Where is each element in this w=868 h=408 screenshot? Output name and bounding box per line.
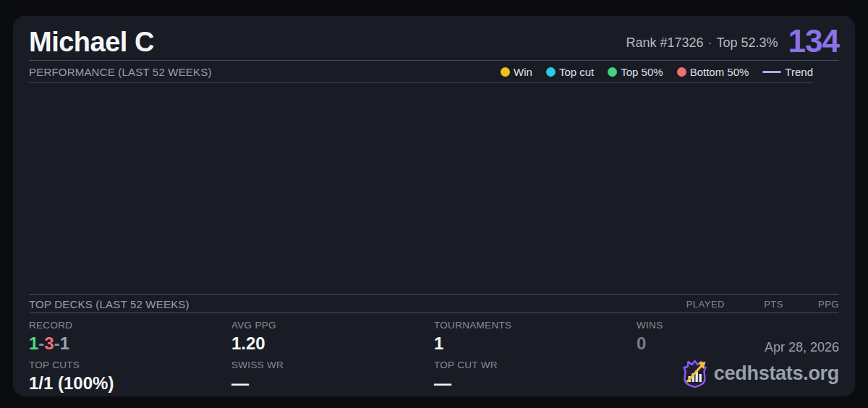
legend-item-bottom50: Bottom 50% xyxy=(677,66,749,78)
performance-title: PERFORMANCE (LAST 52 WEEKS) xyxy=(29,66,212,78)
legend-item-top50: Top 50% xyxy=(608,66,663,78)
record-draws: 1 xyxy=(60,333,69,353)
rank-separator: · xyxy=(708,35,712,50)
stat-value: — xyxy=(231,373,434,393)
record-value: 1-3-1 xyxy=(29,333,231,353)
footer-brand: Apr 28, 2026 cedhstats.org xyxy=(681,340,839,388)
legend-label: Bottom 50% xyxy=(690,66,749,78)
legend-item-topcut: Top cut xyxy=(546,66,594,78)
stats-grid: RECORD 1-3-1 AVG PPG 1.20 TOURNAMENTS 1 … xyxy=(29,313,839,396)
column-ppg: PPG xyxy=(783,299,839,310)
legend-item-trend: Trend xyxy=(762,66,813,78)
player-score: 134 xyxy=(788,25,839,57)
stat-label: WINS xyxy=(637,320,839,331)
stat-label: RECORD xyxy=(29,320,231,331)
stat-label: AVG PPG xyxy=(231,320,434,331)
stat-top-cut-wr: TOP CUT WR — xyxy=(434,353,637,393)
stat-value: 1.20 xyxy=(231,333,434,353)
legend-label: Top 50% xyxy=(621,66,663,78)
win-dot-icon xyxy=(501,67,510,77)
stat-value: 1/1 (100%) xyxy=(29,373,231,393)
stat-value: 1 xyxy=(434,333,637,353)
record-wins: 1 xyxy=(29,333,38,353)
stat-label: TOURNAMENTS xyxy=(434,320,637,331)
rank-line: Rank #17326·Top 52.3% xyxy=(626,35,778,57)
legend-label: Trend xyxy=(785,66,813,78)
performance-header-row: PERFORMANCE (LAST 52 WEEKS) Win Top cut … xyxy=(29,61,813,83)
brand-row[interactable]: cedhstats.org xyxy=(681,359,839,388)
shield-barchart-arrow-icon xyxy=(681,359,708,388)
player-stats-card: Michael C Rank #17326·Top 52.3% 134 PERF… xyxy=(13,16,855,396)
record-losses: 3 xyxy=(44,333,54,353)
stat-avg-ppg: AVG PPG 1.20 xyxy=(231,313,434,353)
top-decks-columns: PLAYED PTS PPG xyxy=(686,299,839,310)
bottom50-dot-icon xyxy=(677,67,686,77)
header-rank-group: Rank #17326·Top 52.3% 134 xyxy=(626,25,839,57)
stat-label: SWISS WR xyxy=(231,360,434,371)
legend-label: Top cut xyxy=(559,66,594,78)
legend-item-win: Win xyxy=(501,66,532,78)
card-header: Michael C Rank #17326·Top 52.3% 134 xyxy=(29,16,839,61)
stat-value: — xyxy=(434,373,637,393)
trend-line-icon xyxy=(762,71,781,73)
brand-name[interactable]: cedhstats.org xyxy=(714,362,839,385)
rank-label: Rank #17326 xyxy=(626,35,703,50)
column-pts: PTS xyxy=(725,299,783,310)
stat-label: TOP CUT WR xyxy=(434,360,637,371)
stat-top-cuts: TOP CUTS 1/1 (100%) xyxy=(29,353,231,393)
stat-record: RECORD 1-3-1 xyxy=(29,313,231,353)
report-date: Apr 28, 2026 xyxy=(681,340,839,355)
stat-label: TOP CUTS xyxy=(29,360,231,371)
topcut-dot-icon xyxy=(546,67,556,77)
column-played: PLAYED xyxy=(686,299,725,310)
performance-chart xyxy=(29,83,839,294)
top-decks-title: TOP DECKS (LAST 52 WEEKS) xyxy=(29,298,190,310)
legend-label: Win xyxy=(514,66,532,78)
player-name: Michael C xyxy=(29,27,154,57)
top-decks-header-row: TOP DECKS (LAST 52 WEEKS) PLAYED PTS PPG xyxy=(29,294,839,313)
record-dash: - xyxy=(54,333,60,353)
top50-dot-icon xyxy=(608,67,617,77)
top-percent: Top 52.3% xyxy=(717,35,778,50)
stat-tournaments: TOURNAMENTS 1 xyxy=(434,313,637,353)
chart-legend: Win Top cut Top 50% Bottom 50% Trend xyxy=(501,66,813,78)
stat-swiss-wr: SWISS WR — xyxy=(231,353,434,393)
